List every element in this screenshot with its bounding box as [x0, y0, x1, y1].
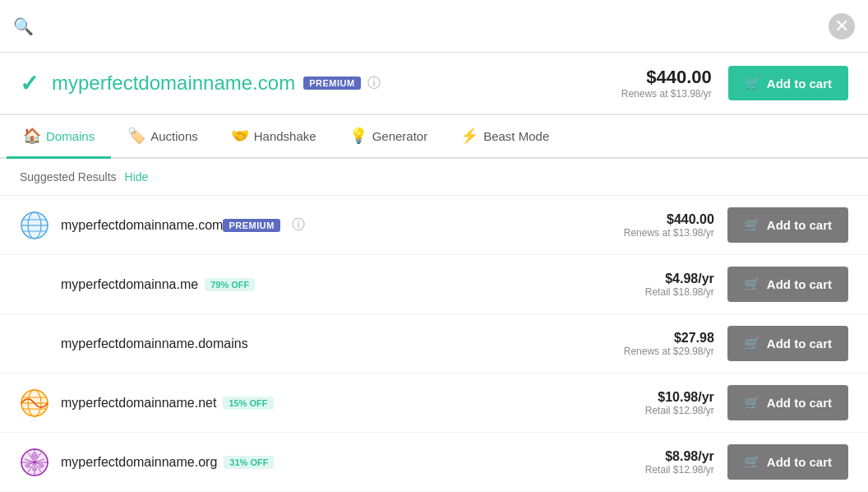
domain-name: myperfectdomainna.me	[61, 277, 198, 292]
domain-logo	[20, 448, 49, 477]
tab-generator[interactable]: 💡 Generator	[333, 115, 445, 159]
generator-icon: 💡	[349, 127, 367, 145]
domain-logo-placeholder	[20, 270, 49, 299]
hide-link[interactable]: Hide	[125, 170, 149, 183]
svg-point-16	[25, 463, 30, 468]
domain-row: myperfectdomainname.com PREMIUM ⓘ $440.0…	[0, 195, 868, 254]
svg-point-14	[31, 453, 38, 459]
results-header: Suggested Results Hide	[0, 159, 868, 195]
tabs-bar: 🏠 Domains 🏷️ Auctions 🤝 Handshake 💡 Gene…	[0, 115, 868, 159]
domains-icon: 🏠	[23, 127, 41, 145]
add-to-cart-label: Add to cart	[767, 396, 832, 410]
tab-beast-mode-label: Beast Mode	[483, 129, 549, 143]
price-sub: Retail $18.98/yr	[645, 286, 714, 298]
price-sub: Renews at $29.98/yr	[624, 346, 714, 357]
domain-row: myperfectdomainname.domains $27.98 Renew…	[0, 313, 868, 373]
tab-handshake-label: Handshake	[254, 129, 316, 143]
clear-button[interactable]: ✕	[829, 13, 855, 39]
domain-price: $4.98/yr Retail $18.98/yr	[645, 272, 714, 298]
add-to-cart-label: Add to cart	[767, 218, 832, 232]
discount-badge: 79% OFF	[205, 278, 255, 291]
add-to-cart-button[interactable]: 🛒 Add to cart	[727, 326, 848, 361]
add-to-cart-button[interactable]: 🛒 Add to cart	[727, 385, 848, 420]
featured-add-to-cart-button[interactable]: 🛒 Add to cart	[728, 66, 848, 100]
add-to-cart-label: Add to cart	[767, 337, 832, 350]
cart-icon: 🛒	[744, 395, 760, 411]
add-to-cart-label: Add to cart	[767, 277, 832, 291]
tab-generator-label: Generator	[372, 129, 428, 143]
domain-list: myperfectdomainname.com PREMIUM ⓘ $440.0…	[0, 195, 868, 491]
auctions-icon: 🏷️	[127, 127, 145, 145]
premium-badge: PREMIUM	[223, 219, 279, 232]
add-to-cart-label: Add to cart	[767, 455, 832, 469]
featured-domain-row: ✓ myperfectdomainname.com PREMIUM ⓘ $440…	[0, 53, 868, 115]
domain-name: myperfectdomainname.domains	[61, 337, 248, 351]
add-to-cart-button[interactable]: 🛒 Add to cart	[727, 267, 848, 302]
price-value: $8.98/yr	[645, 449, 714, 464]
tab-auctions-label: Auctions	[150, 129, 198, 143]
domain-name: myperfectdomainname.org	[61, 455, 217, 470]
domain-row: myperfectdomainname.org 31% OFF $8.98/yr…	[0, 432, 868, 491]
handshake-icon: 🤝	[231, 127, 249, 145]
domain-name: myperfectdomainname.net	[61, 396, 216, 411]
featured-domain-name[interactable]: myperfectdomainname.com	[52, 72, 295, 95]
domain-price: $8.98/yr Retail $12.98/yr	[645, 449, 714, 476]
tab-auctions[interactable]: 🏷️ Auctions	[111, 115, 215, 159]
price-sub: Renews at $13.98/yr	[624, 227, 714, 239]
featured-add-label: Add to cart	[767, 77, 832, 91]
discount-badge: 31% OFF	[224, 456, 274, 469]
domain-price: $10.98/yr Retail $12.98/yr	[645, 390, 714, 416]
featured-domain-price: $440.00 Renews at $13.98/yr	[621, 67, 712, 100]
cart-icon: 🛒	[744, 217, 760, 233]
add-to-cart-button[interactable]: 🛒 Add to cart	[727, 207, 848, 243]
beast-mode-icon: ⚡	[460, 127, 478, 145]
discount-badge: 15% OFF	[223, 397, 273, 410]
price-value: $440.00	[624, 212, 714, 227]
domain-logo	[20, 211, 49, 240]
cart-icon: 🛒	[744, 276, 760, 292]
add-to-cart-button[interactable]: 🛒 Add to cart	[727, 444, 848, 480]
featured-renews: Renews at $13.98/yr	[621, 88, 712, 100]
tab-beast-mode[interactable]: ⚡ Beast Mode	[444, 115, 566, 159]
price-value: $27.98	[624, 331, 714, 346]
suggested-label: Suggested Results	[20, 170, 117, 183]
domain-logo	[20, 388, 49, 418]
tab-domains[interactable]: 🏠 Domains	[7, 115, 111, 159]
tab-handshake[interactable]: 🤝 Handshake	[215, 115, 333, 159]
featured-price-value: $440.00	[621, 67, 712, 88]
featured-premium-badge: PREMIUM	[303, 77, 360, 90]
cart-icon: 🛒	[745, 76, 760, 91]
search-input[interactable]: myperfectdomainname	[44, 17, 829, 35]
svg-point-17	[39, 463, 44, 468]
check-icon: ✓	[20, 70, 39, 97]
domain-row: myperfectdomainna.me 79% OFF $4.98/yr Re…	[0, 254, 868, 313]
price-value: $10.98/yr	[645, 390, 714, 405]
price-sub: Retail $12.98/yr	[645, 405, 714, 416]
search-bar: 🔍 myperfectdomainname ✕	[0, 0, 868, 53]
domain-price: $27.98 Renews at $29.98/yr	[624, 331, 714, 357]
domain-logo-placeholder	[20, 329, 49, 359]
info-icon[interactable]: ⓘ	[292, 216, 305, 234]
cart-icon: 🛒	[744, 454, 760, 470]
domain-name: myperfectdomainname.com	[61, 218, 223, 233]
search-icon: 🔍	[13, 16, 34, 36]
price-value: $4.98/yr	[645, 272, 714, 286]
domain-row: myperfectdomainname.net 15% OFF $10.98/y…	[0, 373, 868, 432]
tab-domains-label: Domains	[46, 129, 95, 143]
cart-icon: 🛒	[744, 336, 760, 351]
price-sub: Retail $12.98/yr	[645, 464, 714, 476]
domain-price: $440.00 Renews at $13.98/yr	[624, 212, 714, 239]
svg-point-15	[32, 466, 37, 471]
info-icon[interactable]: ⓘ	[367, 75, 381, 92]
